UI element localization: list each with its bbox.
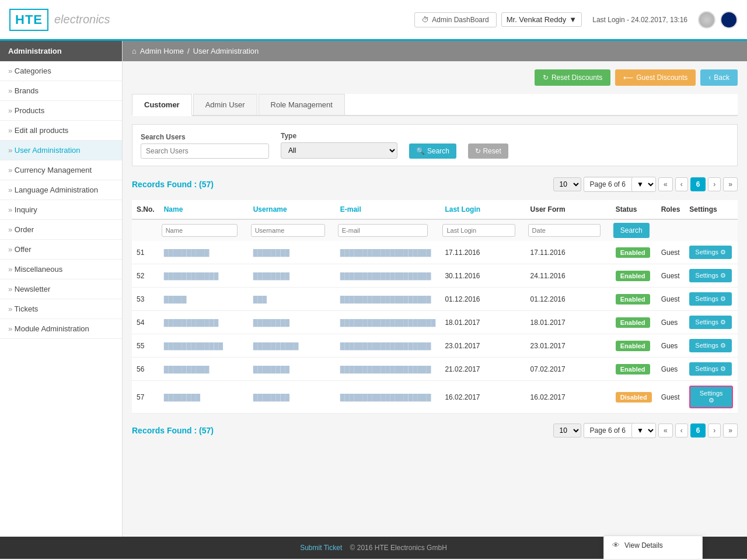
dropdown-view-details[interactable]: 👁 View Details <box>604 536 702 554</box>
sidebar-item-offer[interactable]: Offer <box>0 240 122 260</box>
cell-roles: Gues <box>657 311 685 334</box>
cell-name: ██████████ <box>159 241 249 264</box>
sidebar-item-miscellaneous[interactable]: Miscellaneous <box>0 260 122 279</box>
per-page-select-bottom[interactable]: 10 25 50 <box>553 424 581 438</box>
flag-de-icon[interactable] <box>698 11 715 29</box>
current-page-top: 6 <box>690 177 706 191</box>
guest-discounts-button[interactable]: ⟵ Guest Discounts <box>615 69 696 86</box>
dropdown-user-discounts[interactable]: — User Discounts <box>604 554 702 559</box>
filter-settings-cell <box>685 219 738 241</box>
status-badge: Enabled <box>616 317 650 328</box>
settings-button-active[interactable]: Settings ⚙ <box>689 386 733 408</box>
sidebar-item-module-administration[interactable]: Module Administration <box>0 319 122 339</box>
sidebar-item-brands[interactable]: Brands <box>0 81 122 101</box>
filter-name-input[interactable] <box>162 224 238 237</box>
sidebar-item-order[interactable]: Order <box>0 220 122 240</box>
search-users-input[interactable] <box>141 144 269 159</box>
first-page-btn-bottom[interactable]: « <box>658 424 673 438</box>
settings-button[interactable]: Settings ⚙ <box>689 292 732 306</box>
cell-email: ████████████████████ <box>336 288 441 311</box>
sidebar-item-products[interactable]: Products <box>0 101 122 121</box>
admin-dashboard-button[interactable]: ⏱ Admin DashBoard <box>414 12 496 27</box>
search-users-group: Search Users <box>141 133 269 159</box>
cell-last-login: 01.12.2016 <box>440 288 525 311</box>
col-last-login[interactable]: Last Login <box>440 200 525 219</box>
page-select-bottom[interactable]: ▼ <box>631 424 655 438</box>
first-page-btn-top[interactable]: « <box>658 177 673 191</box>
cell-username: ████████ <box>249 358 336 381</box>
cell-last-login: 16.02.2017 <box>440 381 525 414</box>
page-select-top[interactable]: ▼ <box>631 177 655 191</box>
type-select[interactable]: All <box>281 142 397 159</box>
page-info-text-top: Page 6 of 6 <box>584 178 631 191</box>
next-page-btn-bottom[interactable]: › <box>708 424 721 438</box>
user-menu[interactable]: Mr. Venkat Reddy ▼ <box>501 12 582 27</box>
tab-role-management[interactable]: Role Management <box>259 94 345 115</box>
cell-sno: 54 <box>132 311 159 334</box>
next-page-btn-top[interactable]: › <box>708 177 721 191</box>
sidebar-item-language-administration[interactable]: Language Administration <box>0 180 122 200</box>
records-found-top: Records Found : (57) <box>132 180 214 189</box>
cell-name: ██████████ <box>159 358 249 381</box>
cell-username: ████████ <box>249 381 336 414</box>
cell-sno: 51 <box>132 241 159 264</box>
search-button[interactable]: 🔍 Search <box>409 144 456 159</box>
sidebar-item-categories[interactable]: Categories <box>0 61 122 81</box>
prev-page-btn-top[interactable]: ‹ <box>675 177 688 191</box>
reset-button[interactable]: ↻ Reset <box>468 144 508 159</box>
settings-button[interactable]: Settings ⚙ <box>689 269 732 282</box>
reset-discounts-button[interactable]: ↻ Reset Discounts <box>535 69 610 86</box>
back-button[interactable]: ‹ Back <box>700 69 738 86</box>
table-filter-row: Search <box>132 219 738 241</box>
cell-settings: Settings ⚙ <box>685 381 738 414</box>
col-username[interactable]: Username <box>249 200 336 219</box>
col-name[interactable]: Name <box>159 200 249 219</box>
settings-button[interactable]: Settings ⚙ <box>689 246 732 259</box>
filter-last-login-input[interactable] <box>442 224 515 237</box>
status-badge: Disabled <box>616 392 652 402</box>
cell-user-form: 07.02.2017 <box>526 358 611 381</box>
user-name: Mr. Venkat Reddy <box>507 15 567 24</box>
cell-last-login: 23.01.2017 <box>440 334 525 358</box>
sidebar-item-inquiry[interactable]: Inquiry <box>0 200 122 220</box>
dashboard-label: Admin DashBoard <box>432 16 488 24</box>
cell-status: Enabled <box>611 241 657 264</box>
clock-icon: ⏱ <box>422 16 429 24</box>
back-label: Back <box>714 74 729 82</box>
table-row: 53 █████ ███ ████████████████████ 01.12.… <box>132 288 738 311</box>
sidebar-item-tickets[interactable]: Tickets <box>0 299 122 319</box>
reset-btn-label: Reset <box>483 147 501 155</box>
filter-username-input[interactable] <box>251 224 325 237</box>
cell-email: ████████████████████ <box>336 381 441 414</box>
filter-email-input[interactable] <box>338 224 428 237</box>
flag-uk-icon[interactable] <box>720 11 738 29</box>
prev-page-btn-bottom[interactable]: ‹ <box>675 424 688 438</box>
tab-customer[interactable]: Customer <box>132 94 192 116</box>
col-sno: S.No. <box>132 200 159 219</box>
breadcrumb-home[interactable]: Admin Home <box>140 47 184 55</box>
cell-settings: Settings ⚙ <box>685 358 738 381</box>
settings-button[interactable]: Settings ⚙ <box>689 362 732 376</box>
settings-button[interactable]: Settings ⚙ <box>689 316 732 329</box>
last-page-btn-top[interactable]: » <box>723 177 738 191</box>
cell-last-login: 17.11.2016 <box>440 241 525 264</box>
content: ⌂ Admin Home / User Administration ↻ Res… <box>123 41 747 537</box>
filter-search-button[interactable]: Search <box>613 223 650 238</box>
col-status: Status <box>611 200 657 219</box>
settings-button[interactable]: Settings ⚙ <box>689 339 732 352</box>
sidebar-item-user-administration[interactable]: User Administration <box>0 141 122 160</box>
cell-username: ████████ <box>249 241 336 264</box>
per-page-select-top[interactable]: 10 25 50 <box>553 177 581 191</box>
submit-ticket-link[interactable]: Submit Ticket <box>300 544 342 552</box>
filter-date-input[interactable] <box>528 224 601 237</box>
logo-hte: HTE <box>15 12 43 27</box>
sidebar-item-edit-all-products[interactable]: Edit all products <box>0 121 122 141</box>
records-found-bottom: Records Found : (57) <box>132 426 214 435</box>
col-email[interactable]: E-mail <box>336 200 441 219</box>
chevron-left-icon: ‹ <box>708 74 711 82</box>
tab-admin-user[interactable]: Admin User <box>193 94 257 115</box>
sidebar-item-newsletter[interactable]: Newsletter <box>0 279 122 299</box>
cell-user-form: 01.12.2016 <box>526 288 611 311</box>
sidebar-item-currency-management[interactable]: Currency Management <box>0 160 122 180</box>
last-page-btn-bottom[interactable]: » <box>723 424 738 438</box>
